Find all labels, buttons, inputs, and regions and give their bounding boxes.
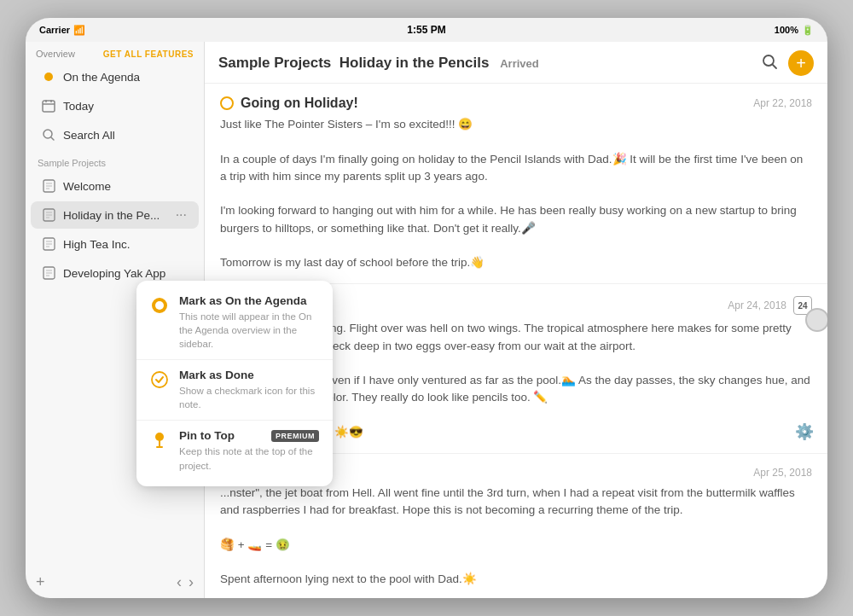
search-button[interactable] <box>761 53 778 74</box>
sidebar-item-holiday[interactable]: Holiday in the Pe... ··· <box>31 201 199 229</box>
popup-menu: Mark as On the Agenda This note will app… <box>136 281 333 486</box>
svg-point-27 <box>155 433 164 441</box>
note-body-3: ...nster", the jet boat from Hell. All w… <box>220 485 812 598</box>
sidebar-item-on-agenda[interactable]: On the Agenda <box>31 63 199 90</box>
popup-item-agenda-desc: This note will appear in the On the Agen… <box>179 310 319 351</box>
sidebar-bottom: + ‹ › <box>26 567 204 598</box>
svg-rect-0 <box>43 101 55 112</box>
note-date-1: Apr 22, 2018 <box>753 97 812 109</box>
svg-point-22 <box>763 55 774 66</box>
wifi-icon: 📶 <box>73 25 85 36</box>
popup-item-mark-done[interactable]: Mark as Done Show a checkmark icon for t… <box>136 360 333 421</box>
document-icon-developing <box>41 265 56 281</box>
document-icon-hightea <box>41 236 56 252</box>
calendar-icon <box>41 98 56 113</box>
sidebar-item-hightea-label: High Tea Inc. <box>63 238 189 251</box>
sidebar-item-today-label: Today <box>63 100 189 113</box>
note-title-row-1: Going on Holiday! <box>220 96 358 111</box>
note-body-1: Just like The Pointer Sisters – I'm so e… <box>220 116 812 271</box>
svg-point-26 <box>152 372 167 387</box>
ipad-frame: Carrier 📶 1:55 PM 100% 🔋 Overview GET AL… <box>26 18 827 598</box>
checkmark-icon <box>150 370 169 389</box>
sidebar-item-developing-label: Developing Yak App <box>63 267 189 280</box>
agenda-icon <box>41 69 56 84</box>
sidebar-item-welcome[interactable]: Welcome <box>31 172 199 200</box>
sidebar-item-high-tea[interactable]: High Tea Inc. <box>31 230 199 258</box>
note-settings-button[interactable]: ⚙️ <box>795 422 814 441</box>
header-prefix: Sample Projects <box>218 55 331 71</box>
nav-back-button[interactable]: ‹ <box>177 573 182 591</box>
carrier-label: Carrier <box>39 25 70 35</box>
sidebar-item-today[interactable]: Today <box>31 92 199 119</box>
sidebar-item-agenda-label: On the Agenda <box>63 71 189 84</box>
popup-item-pin-top[interactable]: Pin to Top PREMIUM Keep this note at the… <box>136 421 333 480</box>
nav-forward-button[interactable]: › <box>189 573 194 591</box>
popup-item-pin-content: Pin to Top PREMIUM Keep this note at the… <box>179 429 319 472</box>
battery-label: 100% <box>775 25 798 35</box>
svg-point-25 <box>155 301 164 310</box>
popup-item-done-desc: Show a checkmark icon for this note. <box>179 384 319 411</box>
note-date-3: Apr 25, 2018 <box>753 467 812 479</box>
sidebar-item-holiday-label: Holiday in the Pe... <box>63 209 167 222</box>
note-title-1: Going on Holiday! <box>241 96 358 111</box>
popup-item-on-agenda[interactable]: Mark as On the Agenda This note will app… <box>136 286 333 360</box>
svg-line-23 <box>773 65 776 68</box>
main-header: Sample Projects Holiday in the Pencils A… <box>205 42 827 84</box>
more-options-button[interactable]: ··· <box>174 207 189 223</box>
popup-item-done-content: Mark as Done Show a checkmark icon for t… <box>179 369 319 411</box>
sidebar-item-welcome-label: Welcome <box>63 180 189 193</box>
get-all-features-button[interactable]: GET ALL FEATURES <box>103 49 194 59</box>
premium-badge: PREMIUM <box>271 430 319 442</box>
sidebar-item-search[interactable]: Search All <box>31 121 199 148</box>
svg-line-5 <box>51 137 54 140</box>
app-container: Overview GET ALL FEATURES On the Agenda <box>26 42 827 598</box>
header-project-title: Holiday in the Pencils <box>339 55 490 71</box>
document-icon-welcome <box>41 178 56 194</box>
note-entry-going-on-holiday: Going on Holiday! Apr 22, 2018 Just like… <box>205 84 827 284</box>
popup-item-pin-desc: Keep this note at the top of the project… <box>179 445 319 472</box>
header-badge: Arrived <box>500 57 539 70</box>
sidebar-item-search-label: Search All <box>63 129 189 142</box>
note-status-circle-1 <box>220 96 234 110</box>
sidebar-overview-label: Overview <box>36 49 75 59</box>
time-label: 1:55 PM <box>407 24 445 36</box>
note-date-2: Apr 24, 2018 <box>728 299 786 311</box>
pin-icon <box>150 431 169 450</box>
status-bar: Carrier 📶 1:55 PM 100% 🔋 <box>26 18 827 42</box>
popup-item-pin-title: Pin to Top PREMIUM <box>179 429 319 442</box>
header-actions: + <box>761 50 814 76</box>
sidebar-header: Overview GET ALL FEATURES <box>26 42 204 62</box>
battery-icon: 🔋 <box>802 25 814 36</box>
document-icon-holiday <box>41 207 56 223</box>
search-icon <box>41 127 56 142</box>
note-header-1: Going on Holiday! Apr 22, 2018 <box>220 96 812 111</box>
popup-item-agenda-content: Mark as On the Agenda This note will app… <box>179 294 319 351</box>
add-note-button[interactable]: + <box>788 50 814 76</box>
main-header-title: Sample Projects Holiday in the Pencils A… <box>218 55 539 72</box>
agenda-circle-icon <box>150 296 169 315</box>
navigation-arrows: ‹ › <box>177 573 194 591</box>
add-project-button[interactable]: + <box>36 573 45 591</box>
popup-item-done-title: Mark as Done <box>179 369 319 381</box>
sidebar-section-label: Sample Projects <box>26 149 204 171</box>
popup-item-agenda-title: Mark as On the Agenda <box>179 294 319 307</box>
home-button[interactable] <box>805 308 827 332</box>
